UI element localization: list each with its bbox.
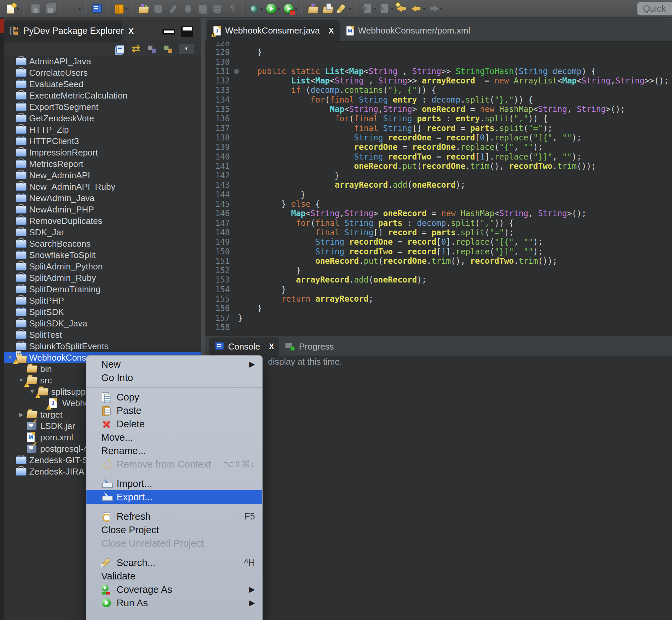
toolbar-highlighter-button[interactable]: ▾ bbox=[336, 1, 352, 16]
tree-item-httpclient3[interactable]: HTTPClient3 bbox=[4, 136, 201, 147]
tree-item-label: SnowflakeToSplit bbox=[29, 250, 96, 260]
toolbar-run-external-button[interactable]: ▾ bbox=[282, 1, 298, 16]
tree-item-newadmin-java[interactable]: NewAdmin_Java bbox=[4, 192, 201, 204]
menu-item-delete[interactable]: Delete bbox=[87, 417, 262, 431]
quick-access-box[interactable]: Quick bbox=[637, 2, 672, 15]
code-editor[interactable]: 128129 }130131 public static List<Map<St… bbox=[205, 42, 672, 336]
menu-item-move[interactable]: Move... bbox=[87, 431, 262, 444]
tree-item-splitphp[interactable]: SplitPHP bbox=[4, 295, 201, 306]
tree-item-splitadmin-python[interactable]: SplitAdmin_Python bbox=[4, 261, 201, 272]
tree-item-splitsdk[interactable]: SplitSDK bbox=[4, 306, 201, 318]
chevron-collapsed-icon[interactable]: ▶ bbox=[15, 411, 27, 418]
dropdown-caret-icon[interactable]: ▾ bbox=[261, 6, 263, 11]
dropdown-caret-icon[interactable]: ▾ bbox=[391, 6, 393, 11]
tree-item-executemetriccalculation[interactable]: ExecuteMetricCalculation bbox=[4, 90, 201, 101]
tree-item-label: RemoveDuplicates bbox=[29, 216, 102, 226]
dropdown-caret-icon[interactable]: ▾ bbox=[423, 6, 426, 11]
toolbar-open-folder-b-button[interactable] bbox=[321, 1, 335, 16]
menu-item-refresh[interactable]: RefreshF5 bbox=[87, 510, 262, 523]
toolbar-back-edit-button[interactable] bbox=[395, 1, 409, 16]
editor-tab-webhookconsumer-java[interactable]: JWebhookConsumer.javaX bbox=[207, 20, 340, 41]
menu-item-rename[interactable]: Rename... bbox=[87, 444, 262, 458]
menu-item-go-into[interactable]: Go Into bbox=[87, 371, 262, 384]
pilcrow-icon: ¶ bbox=[226, 3, 238, 15]
tree-item-searchbeacons[interactable]: SearchBeacons bbox=[4, 238, 201, 249]
menu-item-validate[interactable]: Validate bbox=[87, 569, 262, 583]
line-number: 157 bbox=[205, 313, 238, 323]
tree-item-splittest[interactable]: SplitTest bbox=[4, 329, 201, 341]
minimize-icon[interactable] bbox=[164, 31, 174, 33]
menu-item-close-project[interactable]: Close Project bbox=[87, 523, 262, 536]
tree-item-evaluateseed[interactable]: EvaluateSeed bbox=[4, 79, 201, 90]
line-number: 147 bbox=[205, 218, 238, 228]
menu-item-run-as[interactable]: Run As▶ bbox=[87, 596, 262, 610]
menu-item-search[interactable]: Search...^H bbox=[87, 556, 262, 569]
tree-item-snowflaketosplit[interactable]: SnowflakeToSplit bbox=[4, 249, 201, 261]
dropdown-caret-icon[interactable]: ▾ bbox=[349, 6, 351, 11]
tree-item-http-zip[interactable]: HTTP_Zip bbox=[4, 124, 201, 136]
editor-tab-webhookconsumer-pom-xml[interactable]: MWebhookConsumer/pom.xml bbox=[340, 20, 477, 41]
tree-item-splunktosplitevents[interactable]: SplunkToSplitEvents bbox=[4, 341, 201, 352]
console-tab-progress[interactable]: Progress bbox=[279, 338, 339, 356]
tree-item-new-adminapi-ruby[interactable]: New_AdminAPI_Ruby bbox=[4, 181, 201, 192]
tree-item-label: Zendesk-GIT-Sy bbox=[29, 455, 93, 465]
menu-item-export[interactable]: Export... bbox=[87, 490, 262, 504]
explorer-collapse-all-icon[interactable] bbox=[114, 44, 126, 54]
tree-item-splitadmin-ruby[interactable]: SplitAdmin_Ruby bbox=[4, 272, 201, 283]
close-icon[interactable]: X bbox=[329, 26, 334, 36]
menu-item-paste[interactable]: Paste bbox=[87, 404, 262, 417]
toolbar-back-button[interactable]: ▾ bbox=[410, 1, 426, 16]
tree-item-correlateusers[interactable]: CorrelateUsers bbox=[4, 67, 201, 79]
toolbar-user-profile-button[interactable]: ▾ bbox=[66, 1, 82, 16]
main-toolbar: ▾▾▾¶▾▾▾▾▾▾▾▾ bbox=[0, 0, 672, 18]
tab-pydev-package-explorer[interactable]: PyDev Package Explorer X bbox=[4, 20, 122, 42]
tree-item-adminapi-java[interactable]: AdminAPI_Java bbox=[4, 56, 201, 67]
tree-item-newadmin-php[interactable]: NewAdmin_PHP bbox=[4, 204, 201, 215]
close-icon[interactable]: X bbox=[128, 27, 134, 36]
tree-item-impressionreport[interactable]: ImpressionReport bbox=[4, 147, 201, 158]
tree-item-splitdemotraining[interactable]: SplitDemoTraining bbox=[4, 283, 201, 295]
dropdown-caret-icon[interactable]: ▾ bbox=[295, 6, 297, 11]
toolbar-run-button[interactable]: ▾ bbox=[265, 1, 281, 16]
dropdown-caret-icon[interactable]: ▾ bbox=[17, 6, 19, 11]
dropdown-caret-icon[interactable]: ▾ bbox=[374, 6, 376, 11]
tree-item-label: New_AdminAPI_Ruby bbox=[29, 182, 115, 192]
toolbar-import-folder-button[interactable] bbox=[137, 1, 151, 16]
menu-item-coverage-as[interactable]: Coverage As▶ bbox=[87, 583, 262, 596]
code-line-134: 134 for(final String entry : decomp.spli… bbox=[205, 95, 672, 105]
maximize-icon[interactable] bbox=[182, 27, 192, 36]
dropdown-caret-icon[interactable]: ▾ bbox=[278, 6, 280, 11]
menu-item-copy[interactable]: Copy bbox=[87, 391, 262, 404]
menu-item-new[interactable]: New▶ bbox=[87, 358, 262, 371]
chevron-expanded-icon[interactable]: ▼ bbox=[26, 389, 38, 395]
tree-item-sdk-jar[interactable]: SDK_Jar bbox=[4, 226, 201, 238]
tree-item-exporttosegment[interactable]: ExportToSegment bbox=[4, 101, 201, 113]
close-icon[interactable]: X bbox=[269, 342, 274, 351]
chevron-expanded-icon[interactable]: ▼ bbox=[15, 377, 27, 384]
toolbar-console-task-button[interactable] bbox=[90, 1, 104, 16]
chevron-expanded-icon[interactable]: ▼ bbox=[4, 354, 16, 361]
dropdown-caret-icon[interactable]: ▾ bbox=[440, 6, 443, 11]
toolbar-debug-button[interactable]: ▾ bbox=[247, 1, 264, 16]
console-tab-console[interactable]: ConsoleX bbox=[209, 338, 279, 356]
explorer-view-menu-icon[interactable]: ▾ bbox=[178, 43, 194, 55]
toolbar-pen-gray-button bbox=[167, 1, 180, 16]
explorer-link-with-editor-icon[interactable]: ⇄ bbox=[130, 44, 142, 54]
fold-marker-icon[interactable] bbox=[234, 69, 239, 74]
dropdown-caret-icon[interactable]: ▾ bbox=[79, 6, 81, 11]
dropdown-caret-icon[interactable]: ▾ bbox=[125, 6, 128, 11]
project-icon bbox=[16, 204, 29, 214]
export-icon bbox=[101, 492, 112, 502]
toolbar-new-wizard-button[interactable]: ▾ bbox=[4, 1, 20, 16]
tree-item-removeduplicates[interactable]: RemoveDuplicates bbox=[4, 215, 201, 226]
menu-item-import[interactable]: Import... bbox=[87, 477, 262, 490]
new-wizard-icon bbox=[5, 3, 17, 15]
tree-item-new-adminapi[interactable]: New_AdminAPI bbox=[4, 169, 201, 181]
toolbar-package-orange-button[interactable]: ▾ bbox=[112, 1, 128, 16]
tree-item-metricsreport[interactable]: MetricsReport bbox=[4, 158, 201, 169]
tree-item-splitsdk-java[interactable]: SplitSDK_Java bbox=[4, 318, 201, 329]
tree-item-getzendeskvote[interactable]: GetZendeskVote bbox=[4, 113, 201, 124]
explorer-package-b-icon[interactable] bbox=[163, 44, 174, 54]
explorer-package-a-icon[interactable] bbox=[147, 44, 158, 54]
toolbar-open-folder-a-button[interactable] bbox=[306, 1, 320, 16]
